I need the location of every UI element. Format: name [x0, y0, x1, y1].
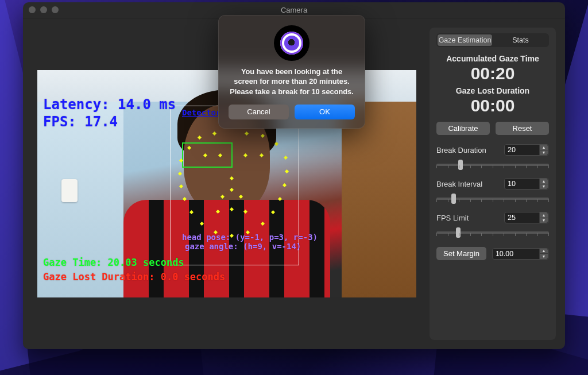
fps-limit-stepper[interactable]: ▲▼: [539, 212, 548, 223]
tab-stats[interactable]: Stats: [493, 34, 548, 46]
minimize-icon[interactable]: [40, 6, 47, 13]
fps-limit-slider[interactable]: [436, 231, 549, 234]
camera-feed: Latency: 14.0 ms FPS: 17.4 Detector e he…: [37, 70, 416, 297]
accumulated-gaze-label: Accumulated Gaze Time: [436, 54, 549, 63]
overlay-fps: FPS: 17.4: [43, 114, 118, 130]
fps-limit-input[interactable]: [505, 214, 538, 222]
break-duration-stepper[interactable]: ▲▼: [539, 145, 548, 155]
zoom-icon[interactable]: [52, 6, 59, 13]
chevron-up-icon[interactable]: ▲: [539, 179, 548, 184]
segmented-control[interactable]: Gaze Estimation Stats: [436, 33, 549, 47]
fps-limit-field[interactable]: ▲▼: [504, 212, 549, 223]
traffic-lights[interactable]: [29, 6, 59, 13]
overlay-gaze-angle: gaze angle: (h=9, v=-14): [185, 242, 301, 251]
chevron-down-icon[interactable]: ▼: [539, 184, 548, 190]
break-interval-stepper[interactable]: ▲▼: [539, 179, 548, 189]
window-title: Camera: [281, 6, 307, 14]
accumulated-gaze-value: 00:20: [436, 63, 549, 84]
break-interval-input[interactable]: [505, 180, 538, 188]
chevron-up-icon[interactable]: ▲: [539, 145, 548, 150]
break-duration-label: Break Duration: [436, 146, 486, 154]
overlay-gaze-lost: Gaze Lost Duration: 0.0 seconds: [43, 271, 225, 283]
chevron-down-icon[interactable]: ▼: [539, 218, 548, 223]
gaze-lost-label: Gaze Lost Duration: [436, 86, 549, 95]
reset-button[interactable]: Reset: [496, 122, 549, 135]
break-duration-input[interactable]: [505, 146, 538, 154]
close-icon[interactable]: [29, 6, 36, 13]
side-panel: Gaze Estimation Stats Accumulated Gaze T…: [430, 28, 556, 340]
margin-field[interactable]: ▲▼: [492, 248, 549, 260]
break-interval-label: Break Interval: [436, 180, 482, 188]
overlay-detector: Detector e: [182, 108, 230, 117]
titlebar[interactable]: Camera: [23, 2, 565, 18]
tab-gaze-estimation[interactable]: Gaze Estimation: [438, 34, 492, 46]
chevron-down-icon[interactable]: ▼: [539, 150, 548, 156]
set-margin-button[interactable]: Set Margin: [436, 247, 486, 260]
overlay-head-pose: head pose: (y=-1, p=3, r=-3): [182, 233, 318, 242]
overlay-latency: Latency: 14.0 ms: [43, 96, 176, 113]
margin-input[interactable]: [493, 250, 526, 258]
break-duration-field[interactable]: ▲▼: [504, 144, 549, 156]
chevron-up-icon[interactable]: ▲: [539, 249, 548, 254]
break-interval-field[interactable]: ▲▼: [504, 178, 549, 190]
break-duration-slider[interactable]: [436, 164, 549, 166]
margin-stepper[interactable]: ▲▼: [539, 249, 548, 259]
app-window: Camera: [23, 2, 565, 349]
overlay-gaze-time: Gaze Time: 20.03 seconds: [43, 257, 184, 268]
break-interval-slider[interactable]: [436, 198, 549, 200]
camera-pane: Latency: 14.0 ms FPS: 17.4 Detector e he…: [32, 28, 421, 340]
gaze-lost-value: 00:00: [436, 95, 549, 116]
window-content: Latency: 14.0 ms FPS: 17.4 Detector e he…: [23, 18, 565, 349]
fps-limit-label: FPS Limit: [436, 214, 469, 222]
calibrate-button[interactable]: Calibrate: [436, 122, 490, 135]
chevron-up-icon[interactable]: ▲: [539, 212, 548, 218]
chevron-down-icon[interactable]: ▼: [539, 254, 548, 259]
